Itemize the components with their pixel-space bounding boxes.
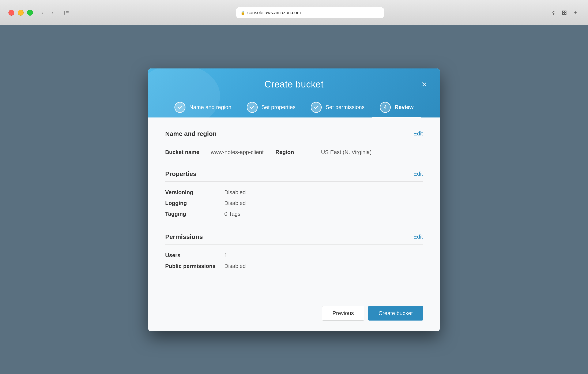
browser-actions: + bbox=[549, 9, 579, 17]
svg-rect-0 bbox=[64, 11, 65, 15]
bucket-name-label: Bucket name bbox=[165, 149, 207, 156]
wizard-step-review[interactable]: 4 Review bbox=[372, 98, 421, 118]
name-region-section-title: Name and region bbox=[165, 130, 217, 137]
traffic-lights bbox=[9, 10, 33, 16]
footer-buttons: Previous Create bucket bbox=[165, 306, 423, 321]
properties-content: Versioning Disabled Logging Disabled Tag… bbox=[165, 187, 423, 223]
create-bucket-modal: Create bucket × Name and region bbox=[148, 68, 440, 331]
modal-close-button[interactable]: × bbox=[421, 80, 427, 89]
logging-label: Logging bbox=[165, 200, 224, 206]
svg-rect-4 bbox=[562, 11, 564, 12]
name-region-section: Name and region Edit Bucket name www-not… bbox=[165, 130, 423, 160]
modal-overlay: Create bucket × Name and region bbox=[0, 25, 588, 374]
properties-section-header: Properties Edit bbox=[165, 170, 423, 182]
step-label-set-properties: Set properties bbox=[262, 104, 296, 110]
nav-buttons: ‹ › bbox=[38, 9, 57, 17]
svg-rect-6 bbox=[562, 13, 564, 15]
users-label: Users bbox=[165, 252, 224, 259]
versioning-row: Versioning Disabled bbox=[165, 189, 423, 196]
url-text: console.aws.amazon.com bbox=[247, 10, 301, 15]
tab-manager-button[interactable] bbox=[560, 9, 568, 17]
browser-chrome: ‹ › 🔒 console.aws.amazon.com bbox=[0, 0, 588, 25]
new-tab-button[interactable]: + bbox=[571, 9, 579, 17]
svg-rect-7 bbox=[565, 13, 566, 15]
minimize-traffic-light[interactable] bbox=[18, 10, 24, 16]
address-bar-container: 🔒 console.aws.amazon.com bbox=[76, 7, 544, 18]
modal-title: Create bucket bbox=[264, 79, 324, 90]
permissions-edit-button[interactable]: Edit bbox=[413, 234, 423, 240]
back-button[interactable]: ‹ bbox=[38, 9, 46, 17]
fullscreen-traffic-light[interactable] bbox=[27, 10, 33, 16]
svg-rect-3 bbox=[66, 14, 69, 14]
properties-section-title: Properties bbox=[165, 170, 196, 178]
permissions-section-header: Permissions Edit bbox=[165, 233, 423, 245]
create-bucket-button[interactable]: Create bucket bbox=[368, 306, 423, 321]
previous-button[interactable]: Previous bbox=[322, 306, 364, 321]
wizard-step-set-permissions[interactable]: Set permissions bbox=[303, 98, 372, 118]
users-value: 1 bbox=[224, 252, 227, 259]
step-icon-review: 4 bbox=[380, 102, 391, 113]
region-label: Region bbox=[275, 149, 318, 156]
step-label-set-permissions: Set permissions bbox=[326, 104, 365, 110]
logging-row: Logging Disabled bbox=[165, 200, 423, 206]
modal-title-row: Create bucket × bbox=[161, 79, 427, 90]
forward-button[interactable]: › bbox=[48, 9, 57, 17]
permissions-content: Users 1 Public permissions Disabled bbox=[165, 250, 423, 275]
step-label-review: Review bbox=[395, 104, 414, 110]
modal-header: Create bucket × Name and region bbox=[148, 68, 440, 118]
footer-divider bbox=[165, 298, 423, 298]
wizard-steps: Name and region Set properties bbox=[161, 98, 427, 118]
lock-icon: 🔒 bbox=[241, 10, 245, 15]
public-permissions-row: Public permissions Disabled bbox=[165, 263, 423, 269]
step-icon-name-region bbox=[174, 102, 185, 113]
logging-value: Disabled bbox=[224, 200, 246, 206]
versioning-label: Versioning bbox=[165, 189, 224, 196]
bucket-name-row: Bucket name www-notes-app-client Region … bbox=[165, 149, 423, 156]
properties-edit-button[interactable]: Edit bbox=[413, 171, 423, 177]
desktop: Create bucket × Name and region bbox=[0, 25, 588, 374]
svg-rect-1 bbox=[66, 11, 69, 12]
modal-body: Name and region Edit Bucket name www-not… bbox=[148, 118, 440, 298]
users-row: Users 1 bbox=[165, 252, 423, 259]
name-region-edit-button[interactable]: Edit bbox=[413, 130, 423, 137]
properties-section: Properties Edit Versioning Disabled Logg… bbox=[165, 170, 423, 223]
svg-rect-2 bbox=[66, 12, 69, 13]
modal-footer: Previous Create bucket bbox=[148, 298, 440, 331]
name-region-section-header: Name and region Edit bbox=[165, 130, 423, 141]
versioning-value: Disabled bbox=[224, 189, 246, 196]
wizard-step-name-region[interactable]: Name and region bbox=[167, 98, 239, 118]
close-traffic-light[interactable] bbox=[9, 10, 14, 16]
svg-rect-5 bbox=[565, 11, 566, 12]
bucket-name-value: www-notes-app-client bbox=[211, 149, 263, 156]
step-icon-set-properties bbox=[247, 102, 258, 113]
permissions-section: Permissions Edit Users 1 Public permissi… bbox=[165, 233, 423, 275]
public-permissions-label: Public permissions bbox=[165, 263, 224, 269]
step-icon-set-permissions bbox=[311, 102, 322, 113]
name-region-content: Bucket name www-notes-app-client Region … bbox=[165, 147, 423, 160]
region-value: US East (N. Virginia) bbox=[321, 149, 371, 156]
permissions-section-title: Permissions bbox=[165, 233, 203, 240]
tagging-value: 0 Tags bbox=[224, 211, 240, 217]
wizard-step-set-properties[interactable]: Set properties bbox=[239, 98, 303, 118]
address-bar[interactable]: 🔒 console.aws.amazon.com bbox=[236, 7, 384, 18]
public-permissions-value: Disabled bbox=[224, 263, 246, 269]
tagging-row: Tagging 0 Tags bbox=[165, 211, 423, 217]
step-label-name-region: Name and region bbox=[189, 104, 231, 110]
sidebar-toggle-button[interactable] bbox=[62, 9, 71, 17]
tagging-label: Tagging bbox=[165, 211, 224, 217]
share-button[interactable] bbox=[549, 9, 557, 17]
